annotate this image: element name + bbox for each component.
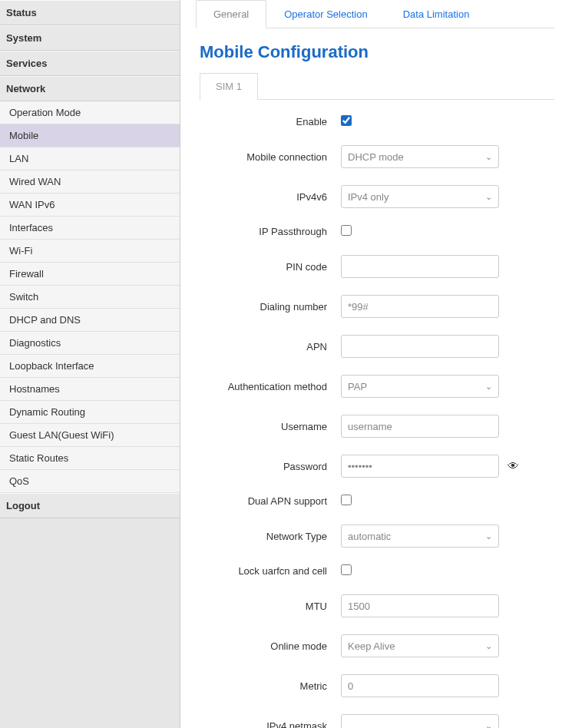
- sidebar: Status System Services Network Operation…: [0, 0, 180, 728]
- label-mobile-connection: Mobile connection: [200, 151, 341, 163]
- select-value: Keep Alive: [348, 640, 395, 652]
- select-value: automatic: [348, 531, 391, 542]
- sidebar-sub-loopback[interactable]: Loopback Interface: [0, 355, 180, 378]
- input-mtu[interactable]: [341, 594, 499, 617]
- sidebar-sub-firewall[interactable]: Firewall: [0, 263, 180, 286]
- label-password: Password: [200, 461, 341, 472]
- select-network-type[interactable]: automatic ⌄: [341, 524, 499, 548]
- sidebar-item-system[interactable]: System: [0, 25, 180, 51]
- sidebar-sub-wifi[interactable]: Wi-Fi: [0, 240, 180, 263]
- select-value: IPv4 only: [348, 191, 388, 203]
- sidebar-sub-mobile[interactable]: Mobile: [0, 124, 180, 147]
- sidebar-fill: [0, 518, 180, 728]
- sidebar-sub-dynamic-routing[interactable]: Dynamic Routing: [0, 401, 180, 424]
- label-dialing-number: Dialing number: [200, 301, 341, 313]
- inner-tabs: SIM 1: [200, 73, 554, 100]
- select-auth-method[interactable]: PAP ⌄: [341, 375, 499, 398]
- chevron-down-icon: ⌄: [485, 641, 492, 651]
- main-content: General Operator Selection Data Limitati…: [180, 0, 562, 728]
- label-mtu: MTU: [200, 601, 341, 612]
- checkbox-enable[interactable]: [341, 115, 352, 126]
- checkbox-dual-apn[interactable]: [341, 495, 352, 505]
- checkbox-lock-uarfcn[interactable]: [341, 564, 352, 575]
- eye-icon[interactable]: 👁: [507, 459, 519, 472]
- label-metric: Metric: [200, 680, 341, 692]
- label-ipv4v6: IPv4v6: [200, 191, 341, 203]
- chevron-down-icon: ⌄: [485, 152, 492, 162]
- sidebar-item-services[interactable]: Services: [0, 51, 180, 76]
- input-metric[interactable]: [341, 674, 499, 697]
- input-username[interactable]: [341, 415, 499, 438]
- tab-data-limitation[interactable]: Data Limitation: [385, 0, 488, 28]
- label-username: Username: [200, 421, 341, 432]
- label-online-mode: Online mode: [200, 640, 341, 652]
- select-ipv4v6[interactable]: IPv4 only ⌄: [341, 185, 499, 208]
- select-mobile-connection[interactable]: DHCP mode ⌄: [341, 145, 499, 168]
- sidebar-sub-interfaces[interactable]: Interfaces: [0, 217, 180, 240]
- checkbox-ip-passthrough[interactable]: [341, 225, 352, 236]
- sidebar-item-network[interactable]: Network: [0, 76, 180, 101]
- label-ipv4-netmask: IPv4 netmask: [200, 720, 341, 729]
- label-auth-method: Authentication method: [200, 381, 341, 392]
- chevron-down-icon: ⌄: [485, 192, 492, 202]
- top-tabs: General Operator Selection Data Limitati…: [196, 0, 554, 28]
- tab-general[interactable]: General: [196, 0, 266, 28]
- input-pin-code[interactable]: [341, 255, 499, 278]
- sidebar-sub-lan[interactable]: LAN: [0, 147, 180, 170]
- sidebar-sub-guest-lan[interactable]: Guest LAN(Guest WiFi): [0, 424, 180, 447]
- label-lock-uarfcn: Lock uarfcn and cell: [200, 565, 341, 577]
- select-value: DHCP mode: [348, 151, 404, 163]
- tab-sim1[interactable]: SIM 1: [200, 73, 258, 100]
- label-enable: Enable: [200, 116, 341, 127]
- input-apn[interactable]: [341, 335, 499, 358]
- chevron-down-icon: ⌄: [485, 721, 492, 729]
- label-ip-passthrough: IP Passthrough: [200, 226, 341, 237]
- label-dual-apn: Dual APN support: [200, 495, 341, 507]
- sidebar-item-logout[interactable]: Logout: [0, 493, 180, 518]
- tab-operator-selection[interactable]: Operator Selection: [266, 0, 385, 28]
- sidebar-sub-switch[interactable]: Switch: [0, 286, 180, 309]
- sidebar-item-status[interactable]: Status: [0, 0, 180, 25]
- sidebar-sub-hostnames[interactable]: Hostnames: [0, 378, 180, 401]
- label-network-type: Network Type: [200, 531, 341, 542]
- select-value: PAP: [348, 381, 367, 392]
- page-title: Mobile Configuration: [200, 42, 554, 62]
- label-pin-code: PIN code: [200, 261, 341, 273]
- sidebar-sub-diagnostics[interactable]: Diagnostics: [0, 332, 180, 355]
- sidebar-sub-dhcp-dns[interactable]: DHCP and DNS: [0, 309, 180, 332]
- input-password[interactable]: [341, 455, 499, 478]
- chevron-down-icon: ⌄: [485, 382, 492, 392]
- config-form: Enable Mobile connection DHCP mode ⌄ IPv…: [200, 115, 554, 728]
- sidebar-sub-qos[interactable]: QoS: [0, 470, 180, 493]
- input-dialing-number[interactable]: [341, 295, 499, 318]
- chevron-down-icon: ⌄: [485, 531, 492, 541]
- sidebar-sub-wired-wan[interactable]: Wired WAN: [0, 170, 180, 194]
- label-apn: APN: [200, 341, 341, 352]
- select-online-mode[interactable]: Keep Alive ⌄: [341, 634, 499, 657]
- select-ipv4-netmask[interactable]: ⌄: [341, 714, 499, 728]
- sidebar-sub-static-routes[interactable]: Static Routes: [0, 447, 180, 470]
- sidebar-sub-operation-mode[interactable]: Operation Mode: [0, 101, 180, 124]
- sidebar-sub-wan-ipv6[interactable]: WAN IPv6: [0, 194, 180, 217]
